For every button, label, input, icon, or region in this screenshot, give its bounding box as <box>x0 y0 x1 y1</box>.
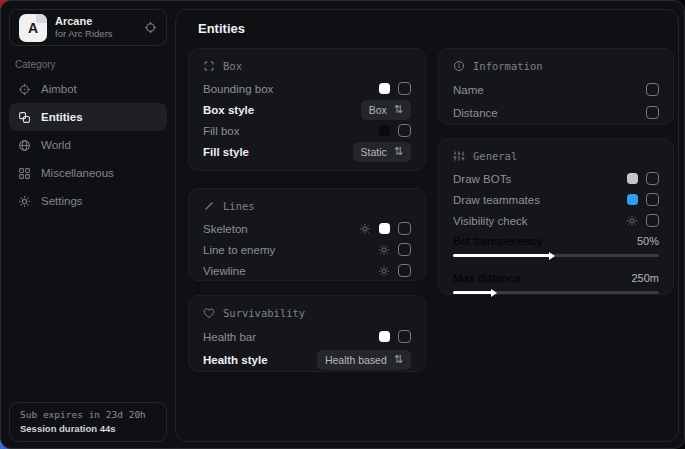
sidebar: A Arcane for Arc Riders Category Aimbot <box>1 1 175 448</box>
crosshair-icon[interactable] <box>144 21 157 34</box>
checkbox[interactable] <box>646 172 659 185</box>
sidebar-nav: Aimbot Entities World <box>1 75 175 215</box>
checkbox[interactable] <box>398 243 411 256</box>
health-style-select[interactable]: Health based ⇅ <box>317 350 411 370</box>
row-settings-gear-icon[interactable] <box>359 223 371 235</box>
card-survivability: Survivability Health bar Health style He… <box>188 295 426 372</box>
sidebar-item-label: Settings <box>41 195 83 207</box>
max-distance-slider[interactable] <box>453 291 659 294</box>
app-name: Arcane <box>55 15 113 28</box>
info-icon <box>453 60 465 72</box>
gear-icon <box>18 195 31 208</box>
setting-label: Bounding box <box>203 83 273 95</box>
row-settings-gear-icon[interactable] <box>626 215 638 227</box>
sidebar-item-entities[interactable]: Entities <box>9 103 167 131</box>
subscription-box: Sub expires in 23d 20h Session duration … <box>9 402 167 442</box>
checkbox[interactable] <box>398 264 411 277</box>
slider-value: 250m <box>631 272 659 284</box>
setting-row-line-to-enemy: Line to enemy <box>203 239 411 260</box>
card-general: General Draw BOTs Draw teammates Visibil… <box>438 138 674 295</box>
setting-row-fill-style: Fill style Static ⇅ <box>203 141 411 162</box>
sidebar-item-aimbot[interactable]: Aimbot <box>9 75 167 103</box>
card-box: Box Bounding box Box style Box ⇅ Fill bo… <box>188 48 426 171</box>
card-title: General <box>473 150 517 162</box>
slider-label: Bot transpenency <box>453 235 543 247</box>
swap-arrows-icon: ⇅ <box>394 353 403 366</box>
main-panel: Entities Box Bounding box Box style <box>175 9 679 442</box>
card-title: Box <box>223 60 242 72</box>
sidebar-item-miscellaneous[interactable]: Miscellaneous <box>9 159 167 187</box>
checkbox[interactable] <box>646 83 659 96</box>
entities-boxes-icon <box>18 111 31 124</box>
color-swatch[interactable] <box>379 223 390 234</box>
card-title: Survivability <box>223 307 305 319</box>
setting-label: Health style <box>203 354 268 366</box>
sidebar-item-label: World <box>41 139 71 151</box>
setting-label: Box style <box>203 104 254 116</box>
checkbox[interactable] <box>398 330 411 343</box>
modules-grid-icon <box>18 167 31 180</box>
avatar: A <box>19 14 47 42</box>
slider-thumb[interactable] <box>491 289 497 297</box>
color-swatch[interactable] <box>627 194 638 205</box>
swap-arrows-icon: ⇅ <box>394 145 403 158</box>
sidebar-item-label: Miscellaneous <box>41 167 114 179</box>
setting-label: Viewline <box>203 265 246 277</box>
checkbox[interactable] <box>398 124 411 137</box>
card-title: Information <box>473 60 543 72</box>
setting-label: Draw teammates <box>453 194 540 206</box>
setting-row-bounding-box: Bounding box <box>203 78 411 99</box>
color-swatch[interactable] <box>379 125 390 136</box>
setting-label: Skeleton <box>203 223 248 235</box>
checkbox[interactable] <box>398 82 411 95</box>
setting-row-visibility-check: Visibility check <box>453 210 659 231</box>
setting-label: Draw BOTs <box>453 173 511 185</box>
setting-row-health-bar: Health bar <box>203 325 411 348</box>
setting-row-skeleton: Skeleton <box>203 218 411 239</box>
checkbox[interactable] <box>646 106 659 119</box>
box-style-select[interactable]: Box ⇅ <box>361 100 411 120</box>
setting-row-name: Name <box>453 78 659 101</box>
row-settings-gear-icon[interactable] <box>378 265 390 277</box>
app-window: A Arcane for Arc Riders Category Aimbot <box>0 0 685 449</box>
color-swatch[interactable] <box>627 173 638 184</box>
setting-label: Fill box <box>203 125 239 137</box>
card-title: Lines <box>223 200 255 212</box>
fill-style-select[interactable]: Static ⇅ <box>353 142 411 162</box>
setting-label: Health bar <box>203 331 256 343</box>
slider-row-max-distance: Max distance 250m <box>453 268 659 288</box>
setting-row-draw-bots: Draw BOTs <box>453 168 659 189</box>
sidebar-item-settings[interactable]: Settings <box>9 187 167 215</box>
crosshair-icon <box>18 83 31 96</box>
logo-card[interactable]: A Arcane for Arc Riders <box>9 9 167 46</box>
scan-brackets-icon <box>203 60 215 72</box>
swap-arrows-icon: ⇅ <box>394 103 403 116</box>
row-settings-gear-icon[interactable] <box>378 244 390 256</box>
category-label: Category <box>15 59 161 70</box>
checkbox[interactable] <box>646 214 659 227</box>
slider-value: 50% <box>637 235 659 247</box>
color-swatch[interactable] <box>379 331 390 342</box>
card-information: Information Name Distance <box>438 48 674 125</box>
setting-row-draw-teammates: Draw teammates <box>453 189 659 210</box>
sidebar-item-label: Entities <box>41 111 83 123</box>
slider-row-bot-transparency: Bot transpenency 50% <box>453 231 659 251</box>
sidebar-item-label: Aimbot <box>41 83 77 95</box>
app-tagline: for Arc Riders <box>55 28 113 39</box>
session-duration: Session duration 44s <box>20 423 156 434</box>
diagonal-line-icon <box>203 200 215 212</box>
setting-row-distance: Distance <box>453 101 659 124</box>
setting-label: Name <box>453 84 484 96</box>
page-title: Entities <box>198 21 245 36</box>
heart-pulse-icon <box>203 307 215 319</box>
bot-transparency-slider[interactable] <box>453 254 659 257</box>
setting-label: Visibility check <box>453 215 528 227</box>
setting-label: Distance <box>453 107 498 119</box>
checkbox[interactable] <box>646 193 659 206</box>
sidebar-item-world[interactable]: World <box>9 131 167 159</box>
setting-label: Fill style <box>203 146 249 158</box>
checkbox[interactable] <box>398 222 411 235</box>
slider-label: Max distance <box>453 272 521 284</box>
color-swatch[interactable] <box>379 83 390 94</box>
slider-thumb[interactable] <box>549 252 555 260</box>
